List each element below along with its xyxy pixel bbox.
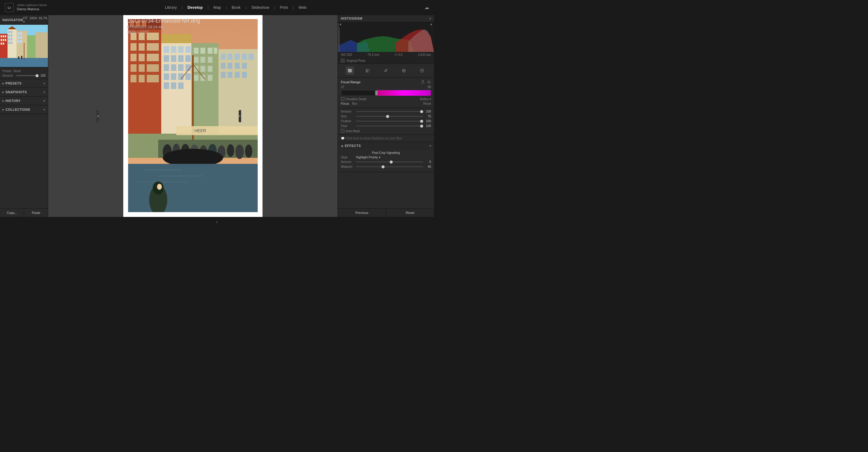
blur-button[interactable]: Blur	[352, 102, 358, 105]
snapshots-header[interactable]: ▶ Snapshots +	[0, 88, 48, 96]
main-layout: Navigator FIT ▾ 100% 66.7%	[0, 15, 434, 217]
auto-mask-checkbox[interactable]	[341, 129, 344, 133]
histogram-collapse-icon[interactable]: ▾	[430, 17, 431, 20]
left-panel-handle[interactable]: ◀	[96, 110, 99, 122]
snapshots-section: ▶ Snapshots +	[0, 88, 48, 96]
svg-rect-2	[1, 35, 2, 37]
svg-rect-21	[17, 32, 19, 35]
effects-collapse-icon[interactable]: ▾	[430, 144, 431, 147]
svg-rect-106	[235, 72, 240, 78]
visualize-depth-label: Visualize Depth	[346, 97, 367, 101]
svg-rect-56	[138, 75, 145, 82]
healing-brush-tool[interactable]	[381, 66, 390, 75]
amount-slider-handle[interactable]	[420, 110, 423, 113]
basic-adjustments-tool[interactable]	[346, 66, 354, 75]
svg-rect-98	[242, 54, 247, 60]
amount-slider-track[interactable]	[16, 75, 37, 76]
history-header[interactable]: ▶ History ×	[0, 96, 48, 105]
svg-point-147	[422, 69, 422, 70]
vignette-amount-handle[interactable]	[390, 161, 393, 164]
zoom-100[interactable]: 100%	[30, 17, 37, 23]
vignette-amount-slider[interactable]	[356, 162, 423, 162]
presets-add-button[interactable]: +	[43, 81, 45, 86]
size-slider[interactable]	[356, 116, 423, 117]
refine-dropdown[interactable]: Refine ▾	[420, 97, 431, 101]
svg-point-141	[350, 70, 351, 71]
history-clear-button[interactable]: ×	[43, 98, 45, 103]
right-panel-handle[interactable]: ▶	[239, 110, 241, 122]
crop-tool[interactable]	[364, 66, 372, 75]
feather-slider-handle[interactable]	[420, 120, 423, 123]
svg-point-150	[428, 81, 430, 83]
feather-slider[interactable]	[356, 121, 423, 121]
flow-slider-handle[interactable]	[420, 124, 423, 128]
amount-slider[interactable]	[356, 111, 423, 112]
collections-add-button[interactable]: +	[43, 107, 45, 112]
vignette-midpoint-slider[interactable]	[356, 166, 423, 167]
left-bottom-buttons: Copy... Paste	[0, 208, 48, 217]
original-photo-row: Original Photo	[338, 58, 434, 64]
svg-rect-91	[194, 75, 198, 81]
effects-header[interactable]: ◉ Effects ▾	[338, 142, 434, 149]
svg-rect-31	[18, 56, 19, 59]
vignette-section: Post-Crop Vignetting Style Highlight Pri…	[338, 149, 434, 172]
svg-rect-27	[27, 35, 36, 58]
zoom-667[interactable]: 66.7%	[39, 17, 47, 23]
nav-web[interactable]: Web	[296, 4, 309, 11]
feedback-row[interactable]: 💬 Click here to share feedback on Lens B…	[338, 135, 434, 142]
nav-library[interactable]: Library	[162, 4, 179, 11]
masking-tool[interactable]	[400, 66, 408, 75]
svg-rect-68	[185, 55, 191, 62]
detail-tool[interactable]	[418, 66, 426, 75]
vignette-midpoint-label: Midpoint	[341, 165, 355, 168]
vignette-style-dropdown[interactable]: Highlight Priority ▾	[356, 156, 380, 159]
histogram-highlight-icon[interactable]: ▲	[430, 22, 433, 26]
focal-range-slider[interactable]	[341, 90, 431, 96]
svg-rect-6	[3, 39, 4, 41]
bottom-filmstrip: ▲	[0, 217, 434, 226]
reset-button[interactable]: Reset	[423, 102, 431, 105]
histogram-header[interactable]: Histogram ▾	[338, 15, 434, 22]
settings-icon[interactable]	[427, 80, 431, 84]
feather-slider-row: Feather 100	[341, 119, 431, 123]
nav-print[interactable]: Print	[277, 4, 290, 11]
svg-rect-107	[242, 72, 247, 78]
snapshots-triangle: ▶	[2, 91, 4, 93]
snapshots-add-button[interactable]: +	[43, 90, 45, 94]
navigator-title: Navigator	[2, 18, 23, 22]
original-photo-checkbox[interactable]	[341, 59, 344, 62]
svg-rect-136	[339, 28, 340, 52]
nav-develop[interactable]: Develop	[185, 4, 205, 11]
effects-visibility-icon[interactable]: ◉	[341, 144, 344, 147]
histogram-shadow-icon[interactable]: ▲	[339, 22, 342, 26]
previous-button[interactable]: Previous	[338, 208, 386, 217]
flow-slider[interactable]	[356, 125, 423, 126]
collections-header[interactable]: ▶ Collections +	[0, 105, 48, 114]
navigator-header[interactable]: Navigator FIT ▾ 100% 66.7%	[0, 15, 48, 25]
top-bar-right: ☁	[424, 4, 429, 10]
paste-button[interactable]: Paste	[24, 208, 48, 217]
amount-slider-thumb[interactable]	[36, 74, 38, 77]
vignette-midpoint-value: 40	[424, 165, 431, 168]
person-icon[interactable]	[421, 80, 425, 84]
svg-rect-25	[17, 40, 19, 43]
visualize-depth-checkbox[interactable]	[341, 97, 344, 101]
vignette-midpoint-handle[interactable]	[381, 165, 384, 168]
svg-rect-22	[20, 32, 22, 35]
filmstrip-handle[interactable]: ▲	[216, 220, 218, 223]
nav-slideshow[interactable]: Slideshow	[249, 4, 272, 11]
svg-rect-51	[130, 64, 136, 72]
svg-rect-127	[128, 164, 258, 212]
svg-rect-103	[242, 63, 247, 69]
copy-button[interactable]: Copy...	[0, 208, 24, 217]
reset-button-bottom[interactable]: Reset	[386, 208, 434, 217]
presets-header[interactable]: ▶ Presets +	[0, 79, 48, 87]
zoom-fit[interactable]: FIT ▾	[23, 17, 28, 23]
size-slider-handle[interactable]	[386, 115, 389, 118]
nav-map[interactable]: Map	[211, 4, 223, 11]
cloud-sync-icon[interactable]: ☁	[424, 4, 429, 10]
navigator-preview[interactable]	[0, 25, 48, 67]
nav-book[interactable]: Book	[229, 4, 243, 11]
focus-button[interactable]: Focus	[341, 102, 349, 105]
svg-rect-82	[200, 48, 205, 54]
